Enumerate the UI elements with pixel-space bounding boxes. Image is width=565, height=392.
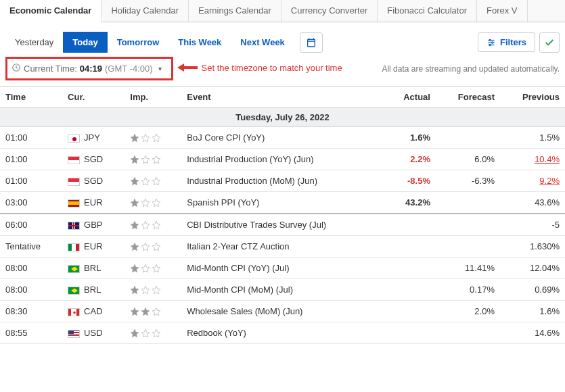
event-name[interactable]: Redbook (YoY): [181, 322, 384, 344]
event-row[interactable]: 03:00EURSpanish PPI (YoY)43.2%43.6%: [0, 192, 565, 214]
streaming-note: All data are streaming and updated autom…: [382, 64, 560, 74]
col-forecast[interactable]: Forecast: [436, 87, 500, 108]
col-time[interactable]: Time: [0, 87, 62, 108]
star-icon: [130, 176, 139, 186]
event-previous: 1.630%: [500, 236, 565, 258]
economic-calendar-table: TimeCur.Imp.EventActualForecastPrevious …: [0, 86, 565, 344]
star-icon: [130, 264, 139, 273]
event-row[interactable]: 08:30CADWholesale Sales (MoM) (Jun)2.0%1…: [0, 301, 565, 322]
top-tab-forex-v[interactable]: Forex V: [477, 0, 528, 22]
day-tab-today[interactable]: Today: [63, 32, 107, 53]
sliders-icon: [487, 38, 496, 47]
star-icon: [130, 155, 139, 164]
event-name[interactable]: BoJ Core CPI (YoY): [181, 127, 384, 149]
subheader-row: Current Time: 04:19 (GMT -4:00) ▾ Set th…: [0, 57, 565, 86]
col-cur[interactable]: Cur.: [62, 87, 125, 108]
calendar-picker-button[interactable]: [300, 32, 323, 53]
col-actual[interactable]: Actual: [385, 87, 436, 108]
event-row[interactable]: 01:00SGDIndustrial Production (MoM) (Jun…: [0, 170, 565, 192]
day-toolbar: YesterdayTodayTomorrowThis WeekNext Week…: [0, 22, 565, 57]
flag-icon: [68, 156, 80, 164]
event-previous: -5: [500, 214, 565, 236]
event-name[interactable]: Industrial Production (YoY) (Jun): [181, 149, 384, 170]
star-icon: [130, 307, 139, 316]
event-actual: [385, 322, 436, 344]
event-row[interactable]: 01:00SGDIndustrial Production (YoY) (Jun…: [0, 149, 565, 170]
event-importance: [125, 258, 181, 279]
star-icon: [152, 198, 161, 207]
event-name[interactable]: Wholesale Sales (MoM) (Jun): [181, 301, 384, 322]
timezone-selector[interactable]: Current Time: 04:19 (GMT -4:00) ▾: [5, 57, 173, 80]
event-actual: -8.5%: [385, 170, 436, 192]
star-icon: [141, 264, 150, 273]
event-importance: [125, 236, 181, 258]
event-forecast: [436, 322, 500, 344]
event-forecast: [436, 192, 500, 214]
flag-icon: [68, 265, 80, 273]
apply-filters-button[interactable]: [539, 32, 560, 53]
star-icon: [141, 307, 150, 316]
star-icon: [152, 155, 161, 164]
top-tab-fibonacci-calculator[interactable]: Fibonacci Calculator: [378, 0, 477, 22]
event-importance: [125, 149, 181, 170]
top-tab-currency-converter[interactable]: Currency Converter: [281, 0, 378, 22]
svg-point-3: [489, 39, 491, 41]
star-icon: [130, 133, 139, 143]
event-currency: SGD: [62, 170, 125, 192]
flag-icon: [68, 178, 80, 186]
chevron-down-icon: ▾: [158, 65, 162, 72]
event-time: 06:00: [0, 214, 62, 236]
event-row[interactable]: 08:00BRLMid-Month CPI (YoY) (Jul)11.41%1…: [0, 258, 565, 279]
event-time: 08:00: [0, 279, 62, 301]
event-row[interactable]: TentativeEURItalian 2-Year CTZ Auction1.…: [0, 236, 565, 258]
event-actual: [385, 214, 436, 236]
flag-icon: [68, 330, 80, 338]
event-previous: 43.6%: [500, 192, 565, 214]
star-icon: [141, 328, 150, 338]
flag-icon: [68, 222, 80, 230]
star-icon: [141, 220, 150, 230]
timezone-zone: (GMT -4:00): [105, 64, 153, 74]
event-name[interactable]: Industrial Production (MoM) (Jun): [181, 170, 384, 192]
day-tab-tomorrow[interactable]: Tomorrow: [108, 32, 169, 53]
event-importance: [125, 170, 181, 192]
star-icon: [130, 242, 139, 251]
filters-button[interactable]: Filters: [478, 32, 535, 52]
event-name[interactable]: Italian 2-Year CTZ Auction: [181, 236, 384, 258]
day-tab-next-week[interactable]: Next Week: [231, 32, 294, 53]
top-tab-economic-calendar[interactable]: Economic Calendar: [0, 0, 101, 22]
event-row[interactable]: 08:55USDRedbook (YoY)14.6%: [0, 322, 565, 344]
calendar-icon: [306, 37, 317, 48]
event-time: 08:55: [0, 322, 62, 344]
col-imp[interactable]: Imp.: [125, 87, 181, 108]
annotation-text: Set the timezone to match your time: [202, 64, 342, 73]
svg-point-4: [492, 41, 493, 43]
event-actual: 1.6%: [385, 127, 436, 149]
event-name[interactable]: Mid-Month CPI (YoY) (Jul): [181, 258, 384, 279]
col-previous[interactable]: Previous: [500, 87, 565, 108]
top-tabs: Economic CalendarHoliday CalendarEarning…: [0, 0, 565, 22]
event-row[interactable]: 06:00GBPCBI Distributive Trades Survey (…: [0, 214, 565, 236]
event-previous: 9.2%: [500, 170, 565, 192]
top-tab-earnings-calendar[interactable]: Earnings Calendar: [189, 0, 281, 22]
event-previous: 12.04%: [500, 258, 565, 279]
check-icon: [544, 37, 555, 48]
event-currency: SGD: [62, 149, 125, 170]
event-currency: BRL: [62, 279, 125, 301]
event-time: Tentative: [0, 236, 62, 258]
star-icon: [141, 285, 150, 295]
top-tab-holiday-calendar[interactable]: Holiday Calendar: [101, 0, 189, 22]
event-name[interactable]: Spanish PPI (YoY): [181, 192, 384, 214]
col-event[interactable]: Event: [181, 87, 384, 108]
event-currency: EUR: [62, 192, 125, 214]
star-icon: [152, 307, 161, 316]
day-tab-yesterday[interactable]: Yesterday: [5, 32, 63, 53]
event-currency: JPY: [62, 127, 125, 149]
event-name[interactable]: Mid-Month CPI (MoM) (Jul): [181, 279, 384, 301]
event-row[interactable]: 01:00JPYBoJ Core CPI (YoY)1.6%1.5%: [0, 127, 565, 149]
day-tab-this-week[interactable]: This Week: [168, 32, 231, 53]
event-row[interactable]: 08:00BRLMid-Month CPI (MoM) (Jul)0.17%0.…: [0, 279, 565, 301]
event-name[interactable]: CBI Distributive Trades Survey (Jul): [181, 214, 384, 236]
event-previous: 14.6%: [500, 322, 565, 344]
star-icon: [130, 328, 139, 338]
